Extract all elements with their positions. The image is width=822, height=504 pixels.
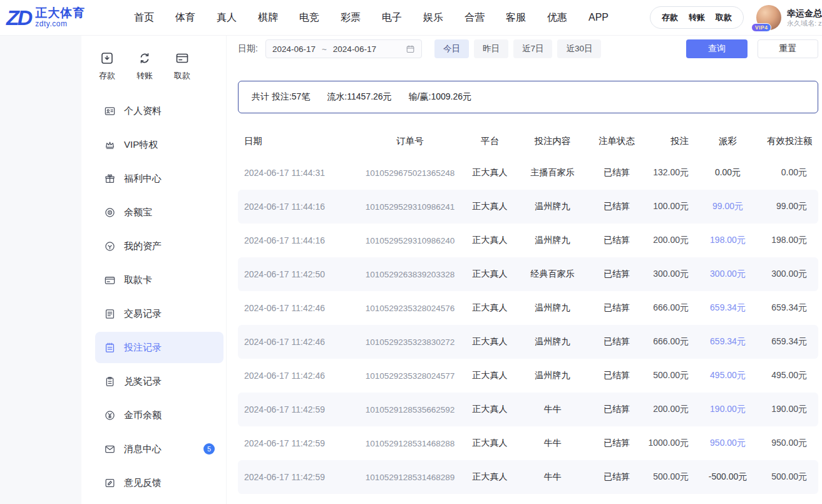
wallet-link-transfer[interactable]: 转账: [689, 12, 705, 23]
sidebar-item-vip[interactable]: VIP特权: [95, 129, 223, 160]
main-nav: 首页体育真人棋牌电竞彩票电子娱乐合营客服优惠APP: [134, 11, 609, 24]
sidebar-item-yuebao[interactable]: 余额宝: [95, 197, 223, 228]
cell-payout: 198.00元: [689, 235, 767, 246]
brand-name: 正大体育: [35, 6, 85, 20]
sidebar-item-bet-records[interactable]: 投注记录: [95, 332, 223, 363]
withdraw-card-icon: [104, 274, 116, 286]
wallet-pill: 存款转账取款: [650, 6, 744, 29]
nav-item-esports[interactable]: 电竞: [299, 11, 319, 24]
cell-order: 1010529128531468289: [357, 473, 463, 482]
reset-button[interactable]: 重置: [758, 39, 818, 58]
table-row: 2024-06-17 11:42:591010529128531468288正大…: [238, 426, 818, 460]
quick-action-transfer[interactable]: 转账: [136, 51, 153, 81]
cell-content: 牛牛: [516, 438, 588, 449]
sidebar-item-coin-balance[interactable]: 金币余额: [95, 399, 223, 431]
sidebar-item-label: 兑奖记录: [124, 376, 162, 388]
top-navbar: ZD 正大体育 zdty.com 首页体育真人棋牌电竞彩票电子娱乐合营客服优惠A…: [0, 0, 822, 36]
cell-payout: 495.00元: [689, 370, 767, 381]
date-range-input[interactable]: 2024-06-17 ~ 2024-06-17: [265, 39, 422, 58]
table-row: 2024-06-17 11:44:161010529529310986241正大…: [238, 190, 818, 224]
cell-platform: 正大真人: [463, 471, 516, 483]
nav-item-promo[interactable]: 优惠: [547, 11, 567, 24]
column-header: 派彩: [689, 135, 767, 147]
cell-platform: 正大真人: [463, 438, 516, 449]
bet-records-table: 日期订单号平台投注内容注单状态投注派彩有效投注额 2024-06-17 11:4…: [238, 126, 818, 494]
date-label: 日期:: [238, 43, 258, 54]
cell-bet: 132.00元: [645, 167, 689, 178]
date-end: 2024-06-17: [333, 44, 376, 54]
nav-item-lottery[interactable]: 彩票: [341, 11, 361, 24]
cell-valid: 300.00元: [767, 269, 818, 280]
cell-platform: 正大真人: [463, 201, 516, 212]
nav-item-chess[interactable]: 棋牌: [258, 11, 278, 24]
sidebar-quick-actions: 存款转账取款: [95, 46, 226, 94]
summary-part: 输/赢:1009.26元: [409, 91, 471, 103]
brand-logo[interactable]: ZD 正大体育 zdty.com: [6, 6, 101, 29]
sidebar-item-label: 余额宝: [124, 207, 152, 219]
cell-status: 已结算: [588, 404, 645, 415]
cell-content: 经典百家乐: [516, 269, 588, 280]
sidebar-item-label: 取款卡: [124, 274, 152, 286]
yuebao-icon: [104, 207, 116, 219]
sidebar-item-withdraw-card[interactable]: 取款卡: [95, 264, 223, 296]
unread-count-badge: 5: [203, 443, 215, 455]
table-row: 2024-06-17 11:42:591010529128535662592正大…: [238, 393, 818, 426]
quick-action-label: 取款: [174, 70, 190, 81]
cell-payout: -500.00元: [689, 471, 767, 483]
calendar-icon: [406, 44, 415, 54]
vip-badge: VIP4: [751, 23, 771, 32]
nav-item-slots[interactable]: 电子: [382, 11, 402, 24]
cell-platform: 正大真人: [463, 167, 516, 178]
query-button[interactable]: 查询: [686, 39, 748, 58]
summary-part: 流水:11457.26元: [327, 91, 391, 103]
sidebar-item-label: 投注记录: [124, 342, 162, 354]
nav-item-live[interactable]: 真人: [217, 11, 237, 24]
sidebar-item-redeem-records[interactable]: 兑奖记录: [95, 366, 223, 397]
range-button-today[interactable]: 今日: [434, 39, 469, 58]
column-header: 平台: [463, 135, 516, 147]
nav-item-sports[interactable]: 体育: [175, 11, 195, 24]
sidebar-item-feedback[interactable]: 意见反馈: [95, 467, 223, 498]
brand-domain: zdty.com: [35, 20, 85, 29]
cell-bet: 500.00元: [645, 370, 689, 381]
nav-item-partner[interactable]: 合营: [465, 11, 485, 24]
avatar-wrap: VIP4: [756, 5, 781, 30]
nav-item-entertainment[interactable]: 娱乐: [423, 11, 443, 24]
range-button-yesterday[interactable]: 昨日: [474, 39, 508, 58]
sidebar-item-profile[interactable]: 个人资料: [95, 95, 223, 126]
sidebar-item-label: 个人资料: [124, 105, 162, 117]
cell-bet: 300.00元: [645, 269, 689, 280]
user-name: 幸运金总: [787, 8, 822, 19]
cell-date: 2024-06-17 11:44:31: [238, 168, 357, 178]
wallet-link-deposit[interactable]: 存款: [662, 12, 678, 23]
quick-action-deposit[interactable]: 存款: [99, 51, 115, 81]
cell-order: 1010529529310986241: [357, 202, 463, 212]
cell-platform: 正大真人: [463, 370, 516, 381]
wallet-link-withdraw[interactable]: 取款: [716, 12, 732, 23]
column-header: 订单号: [357, 135, 463, 147]
cell-order: 1010529235323830272: [357, 337, 463, 347]
sidebar-item-transactions[interactable]: 交易记录: [95, 298, 223, 329]
column-header: 注单状态: [588, 135, 645, 147]
cell-payout: 190.00元: [689, 404, 767, 415]
cell-status: 已结算: [588, 201, 645, 212]
nav-item-app[interactable]: APP: [588, 12, 609, 23]
range-button-last7[interactable]: 近7日: [513, 39, 553, 58]
sidebar-item-message-center[interactable]: 消息中心5: [95, 433, 223, 465]
nav-item-service[interactable]: 客服: [506, 11, 526, 24]
range-button-last30[interactable]: 近30日: [557, 39, 601, 58]
cell-valid: 659.34元: [767, 302, 818, 314]
nav-item-home[interactable]: 首页: [134, 11, 154, 24]
cell-bet: 666.00元: [645, 336, 689, 347]
cell-status: 已结算: [588, 471, 645, 483]
quick-action-withdraw[interactable]: 取款: [174, 51, 190, 81]
table-row: 2024-06-17 11:42:591010529128531468289正大…: [238, 460, 818, 494]
cell-content: 温州牌九: [516, 201, 588, 212]
cell-bet: 1000.00元: [645, 438, 689, 449]
sidebar-item-welfare[interactable]: 福利中心: [95, 163, 223, 194]
cell-payout: 0.00元: [689, 167, 767, 178]
cell-platform: 正大真人: [463, 302, 516, 314]
cell-payout: 659.34元: [689, 302, 767, 314]
sidebar-item-assets[interactable]: 我的资产: [95, 230, 223, 262]
quick-action-label: 转账: [136, 70, 153, 81]
